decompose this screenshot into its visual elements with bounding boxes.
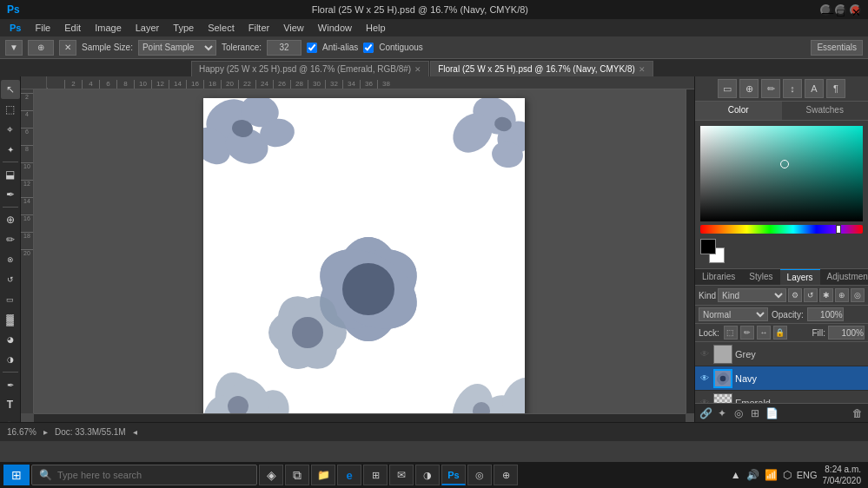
v-scrollbar[interactable] [686, 89, 694, 413]
search-input[interactable] [57, 470, 249, 480]
rt-tool-6[interactable]: ¶ [826, 79, 845, 98]
tool-preset-btn[interactable]: ▼ [5, 40, 23, 56]
clone-btn[interactable]: ⊗ [1, 250, 20, 269]
color-gradient[interactable] [700, 126, 863, 221]
kind-select[interactable]: Kind [718, 288, 786, 302]
tab-close-0[interactable]: ✕ [414, 65, 421, 74]
layer-eye-navy[interactable]: 👁 [699, 373, 711, 385]
rt-tool-5[interactable]: A [805, 79, 824, 98]
menu-filter[interactable]: Filter [242, 21, 275, 35]
rt-tool-4[interactable]: ↕ [783, 79, 802, 98]
preset-delete-btn[interactable]: ✕ [59, 40, 76, 56]
layer-eye-emerald[interactable]: 👁 [699, 397, 711, 404]
layer-item-navy[interactable]: 👁 Navy [695, 366, 868, 391]
taskbar-app8[interactable]: ◎ [467, 465, 492, 485]
new-group-btn[interactable]: ⊞ [748, 406, 762, 420]
gradient-btn[interactable]: ▓ [1, 310, 20, 329]
layer-item-grey[interactable]: 👁 Grey [695, 342, 868, 366]
swatches-tab[interactable]: Swatches [782, 102, 869, 120]
layer-eye-grey[interactable]: 👁 [699, 348, 711, 360]
fill-input[interactable] [828, 326, 865, 340]
menu-help[interactable]: Help [360, 21, 392, 35]
lock-transparent-btn[interactable]: ⬚ [724, 326, 738, 340]
menu-image[interactable]: Image [89, 21, 128, 35]
menu-type[interactable]: Type [167, 21, 200, 35]
minimize-button[interactable]: — [820, 4, 832, 16]
tray-volume[interactable]: 🔊 [746, 469, 759, 481]
filter-icon-1[interactable]: ⚙ [788, 288, 802, 302]
menu-file[interactable]: File [29, 21, 56, 35]
canvas-viewport[interactable]: 2 4 6 8 10 12 14 16 18 20 [21, 89, 694, 422]
dodge-btn[interactable]: ◑ [1, 350, 20, 369]
clock[interactable]: 8:24 a.m. 7/04/2020 [823, 464, 862, 486]
layers-tab[interactable]: Layers [780, 269, 820, 285]
taskbar-app9[interactable]: ⊕ [494, 465, 518, 485]
h-scrollbar[interactable] [34, 413, 686, 422]
doc-tab-1[interactable]: Floral (25 W x 25 H).psd @ 16.7% (Navy, … [430, 61, 653, 76]
window-controls[interactable]: — □ ✕ [820, 4, 861, 16]
path-btn[interactable]: ↖ [1, 415, 20, 422]
tray-lang[interactable]: ENG [797, 470, 818, 480]
filter-icon-5[interactable]: ◎ [851, 288, 865, 302]
marquee-tool-btn[interactable]: ⬚ [1, 100, 20, 119]
history-btn[interactable]: ↺ [1, 270, 20, 289]
taskbar-store[interactable]: ⊞ [363, 465, 388, 485]
status-arrow-right[interactable]: ◂ [133, 427, 137, 437]
rt-tool-2[interactable]: ⊕ [739, 79, 759, 98]
filter-icon-3[interactable]: ✱ [819, 288, 833, 302]
menu-select[interactable]: Select [202, 21, 241, 35]
healing-btn[interactable]: ⊕ [1, 210, 20, 229]
eraser-btn[interactable]: ▭ [1, 290, 20, 309]
rt-tool-3[interactable]: ✏ [761, 79, 780, 98]
search-bar[interactable]: 🔍 [31, 465, 257, 485]
move-tool-btn[interactable]: ↖ [1, 80, 20, 99]
status-arrow-left[interactable]: ▸ [43, 427, 48, 437]
blend-mode-select[interactable]: Normal [699, 307, 768, 321]
menu-window[interactable]: Window [312, 21, 358, 35]
tray-arrow[interactable]: ▲ [731, 469, 741, 481]
menu-layer[interactable]: Layer [129, 21, 166, 35]
new-preset-btn[interactable]: ⊕ [28, 40, 54, 56]
brush-btn[interactable]: ✏ [1, 230, 20, 249]
tolerance-input[interactable] [267, 40, 301, 56]
tray-battery[interactable]: ⬡ [783, 469, 792, 481]
libraries-tab[interactable]: Libraries [695, 269, 742, 285]
essentials-btn[interactable]: Essentials [811, 40, 863, 56]
taskbar-photoshop[interactable]: Ps [441, 465, 466, 485]
lasso-tool-btn[interactable]: ⌖ [1, 120, 20, 139]
hue-bar[interactable] [700, 225, 863, 234]
contiguous-checkbox[interactable] [363, 43, 374, 53]
blur-btn[interactable]: ◕ [1, 330, 20, 349]
opacity-input[interactable] [807, 307, 844, 321]
doc-tab-0[interactable]: Happy (25 W x 25 H).psd @ 16.7% (Emerald… [191, 61, 429, 76]
delete-layer-btn[interactable]: 🗑 [851, 406, 865, 420]
pen-btn[interactable]: ✒ [1, 375, 20, 394]
menu-edit[interactable]: Edit [58, 21, 87, 35]
taskbar-taskview[interactable]: ⧉ [285, 465, 309, 485]
sample-size-select[interactable]: Point Sample [138, 40, 216, 56]
lock-all-btn[interactable]: 🔒 [773, 326, 787, 340]
styles-tab[interactable]: Styles [742, 269, 779, 285]
filter-icon-4[interactable]: ⊕ [835, 288, 849, 302]
anti-alias-checkbox[interactable] [307, 43, 317, 53]
eyedropper-btn[interactable]: ✒ [1, 185, 20, 204]
fg-bg-colors[interactable] [700, 239, 725, 263]
link-layers-btn[interactable]: 🔗 [699, 406, 712, 420]
layer-item-emerald[interactable]: 👁 Emerald [695, 391, 868, 403]
taskbar-photos[interactable]: ◑ [415, 465, 440, 485]
fg-color-box[interactable] [700, 239, 716, 254]
filter-icon-2[interactable]: ↺ [804, 288, 818, 302]
type-btn[interactable]: T [1, 395, 20, 414]
adjustments-tab[interactable]: Adjustments [820, 269, 868, 285]
close-button[interactable]: ✕ [850, 4, 861, 16]
taskbar-search-app[interactable]: ◈ [259, 465, 283, 485]
lock-image-btn[interactable]: ✏ [740, 326, 754, 340]
taskbar-explorer[interactable]: 📁 [311, 465, 335, 485]
tray-network[interactable]: 📶 [765, 469, 778, 481]
taskbar-mail[interactable]: ✉ [389, 465, 414, 485]
crop-tool-btn[interactable]: ⬓ [1, 165, 20, 184]
menu-ps[interactable]: Ps [3, 21, 27, 35]
magic-wand-btn[interactable]: ✦ [1, 140, 20, 159]
taskbar-edge[interactable]: e [337, 465, 361, 485]
add-style-btn[interactable]: ✦ [715, 406, 729, 420]
